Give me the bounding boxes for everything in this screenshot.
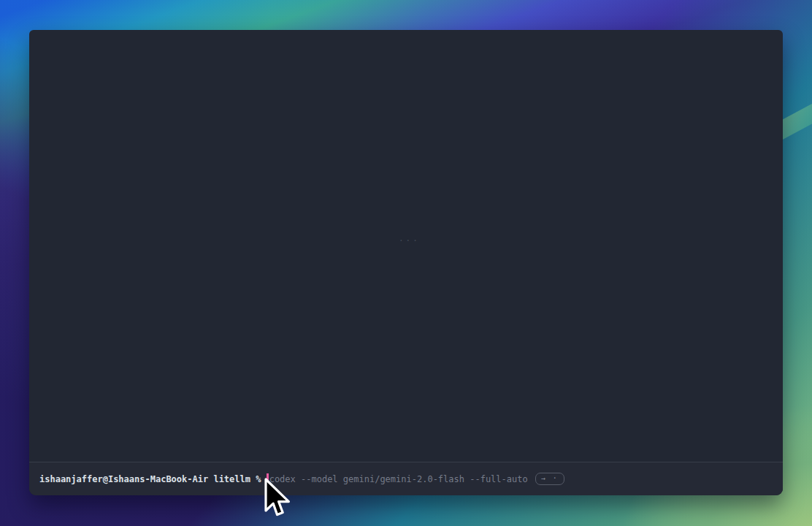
desktop: ··· ishaanjaffer@Ishaans-MacBook-Air lit… <box>0 0 812 526</box>
text-cursor <box>267 473 269 484</box>
terminal-command-line[interactable]: ishaanjaffer@Ishaans-MacBook-Air litellm… <box>29 462 783 495</box>
loading-ellipsis: ··· <box>399 236 420 245</box>
shell-prompt: ishaanjaffer@Ishaans-MacBook-Air litellm… <box>39 474 267 484</box>
accept-suggestion-hint-badge: → · <box>535 473 564 485</box>
command-autosuggestion: codex --model gemini/gemini-2.0-flash --… <box>269 474 528 484</box>
terminal-output-area[interactable]: ··· <box>29 30 783 462</box>
terminal-window[interactable]: ··· ishaanjaffer@Ishaans-MacBook-Air lit… <box>29 30 783 495</box>
